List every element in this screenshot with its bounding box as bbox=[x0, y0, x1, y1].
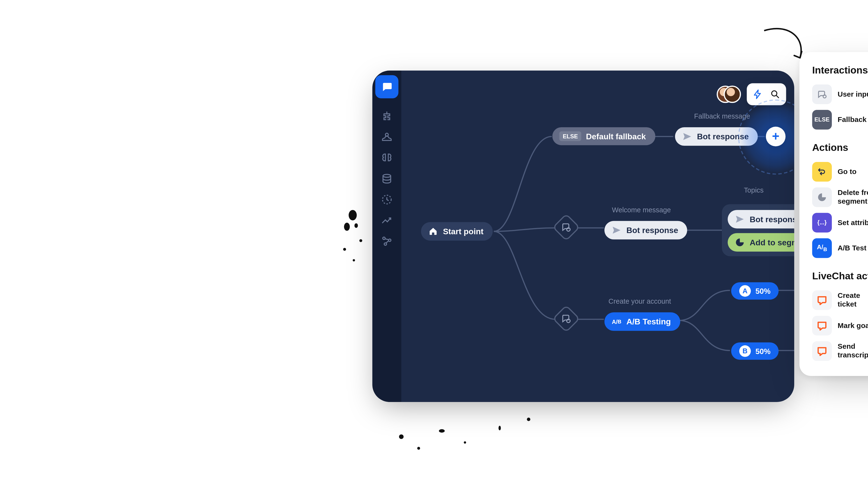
block-mark-goal[interactable]: Mark goal bbox=[812, 316, 868, 335]
nav-integrations-icon[interactable] bbox=[375, 231, 398, 251]
nav-history-icon[interactable] bbox=[375, 190, 398, 210]
fallback-label: Default fallback bbox=[586, 132, 646, 141]
variant-pct: 50% bbox=[755, 347, 770, 355]
variant-a-node[interactable]: A 50% bbox=[731, 282, 779, 299]
section-title: LiveChat actions bbox=[812, 271, 868, 282]
ab-test-node[interactable]: A/B A/B Testing bbox=[604, 312, 680, 331]
svg-point-1 bbox=[344, 223, 350, 231]
node-label: Fallback message bbox=[694, 112, 750, 121]
variant-letter: B bbox=[739, 345, 751, 357]
block-goto[interactable]: Go to bbox=[812, 162, 868, 182]
svg-point-10 bbox=[499, 426, 501, 430]
goto-icon bbox=[812, 162, 832, 182]
svg-point-5 bbox=[353, 259, 355, 261]
node-label: Welcome message bbox=[612, 206, 671, 214]
node-label: Topics bbox=[744, 186, 764, 194]
nav-analytics-icon[interactable] bbox=[375, 211, 398, 230]
nodes-icon bbox=[381, 235, 393, 247]
else-tag: ELSE bbox=[559, 131, 582, 141]
search-icon bbox=[770, 89, 780, 100]
block-user-input[interactable]: User input bbox=[812, 84, 868, 104]
add-node-button[interactable]: + bbox=[766, 127, 785, 147]
send-icon bbox=[612, 225, 622, 235]
decorative-doodle bbox=[339, 200, 368, 327]
quick-actions-button[interactable] bbox=[749, 86, 767, 102]
sidebar bbox=[372, 71, 401, 402]
segment-icon bbox=[735, 237, 745, 248]
livechat-icon bbox=[812, 316, 832, 335]
else-icon: ELSE bbox=[812, 110, 832, 130]
segment-label: Add to segment bbox=[750, 237, 794, 247]
bot-response-node[interactable]: Bot response bbox=[728, 210, 794, 228]
send-icon bbox=[735, 214, 745, 224]
home-icon bbox=[428, 226, 438, 236]
node-label: Create your account bbox=[609, 297, 671, 306]
attribute-icon: {...} bbox=[812, 213, 832, 232]
variant-b-node[interactable]: B 50% bbox=[731, 343, 779, 360]
app-window: Start point Fallback message ELSE Defaul… bbox=[372, 71, 794, 402]
section-title: Interactions bbox=[812, 65, 868, 76]
svg-point-4 bbox=[343, 248, 346, 251]
decorative-doodle bbox=[390, 408, 540, 460]
chat-user-icon bbox=[561, 314, 571, 324]
flow-canvas[interactable]: Start point Fallback message ELSE Defaul… bbox=[401, 71, 794, 402]
block-send-transcript[interactable]: Send transcript bbox=[812, 341, 868, 361]
app-logo[interactable] bbox=[375, 75, 398, 98]
trend-icon bbox=[381, 215, 393, 226]
nav-flow-icon[interactable] bbox=[375, 106, 398, 126]
bot-response-node[interactable]: Bot response bbox=[604, 221, 687, 239]
section-title: Actions bbox=[812, 142, 868, 154]
svg-point-7 bbox=[417, 447, 420, 450]
chat-icon bbox=[381, 81, 393, 93]
nav-users-icon[interactable] bbox=[375, 127, 398, 147]
svg-point-14 bbox=[383, 237, 385, 239]
svg-point-0 bbox=[349, 210, 357, 220]
collaborator-avatar[interactable] bbox=[723, 86, 741, 103]
livechat-icon bbox=[812, 290, 832, 310]
user-input-node[interactable] bbox=[552, 214, 580, 241]
bolt-icon bbox=[752, 89, 763, 100]
nav-database-icon[interactable] bbox=[375, 169, 398, 189]
start-node[interactable]: Start point bbox=[421, 222, 493, 241]
block-fallback[interactable]: ELSE Fallback bbox=[812, 110, 868, 130]
block-delete-segment[interactable]: Delete from segment bbox=[812, 188, 868, 207]
variant-letter: A bbox=[739, 285, 751, 297]
nav-ai-icon[interactable] bbox=[375, 148, 398, 168]
svg-point-8 bbox=[439, 429, 444, 432]
livechat-icon bbox=[812, 341, 832, 361]
block-create-ticket[interactable]: Create ticket bbox=[812, 290, 868, 310]
blocks-panel: Interactions User input Bot response ELS… bbox=[800, 52, 868, 376]
ab-icon: A/B bbox=[612, 316, 622, 327]
variant-pct: 50% bbox=[755, 287, 770, 295]
clock-icon bbox=[381, 194, 393, 205]
database-icon bbox=[381, 173, 393, 185]
block-set-attribute[interactable]: {...} Set attribute bbox=[812, 213, 868, 232]
svg-point-6 bbox=[399, 434, 404, 439]
send-icon bbox=[682, 131, 692, 142]
chat-user-icon bbox=[561, 222, 571, 232]
brain-icon bbox=[381, 152, 393, 164]
fallback-node[interactable]: ELSE Default fallback bbox=[552, 127, 655, 145]
svg-point-17 bbox=[772, 91, 777, 96]
bot-response-label: Bot response bbox=[750, 215, 794, 224]
segment-remove-icon bbox=[812, 188, 832, 207]
users-icon bbox=[381, 131, 393, 143]
sitemap-icon bbox=[381, 110, 393, 122]
start-label: Start point bbox=[443, 227, 484, 236]
svg-point-9 bbox=[464, 441, 466, 444]
user-input-node[interactable] bbox=[552, 305, 580, 332]
ab-label: A/B Testing bbox=[626, 317, 671, 326]
svg-point-2 bbox=[354, 223, 358, 228]
ab-icon: A/B bbox=[812, 238, 832, 258]
user-input-icon bbox=[812, 84, 832, 104]
bot-response-label: Bot response bbox=[626, 226, 678, 235]
add-to-segment-node[interactable]: Add to segment bbox=[728, 233, 794, 252]
svg-point-11 bbox=[527, 418, 530, 421]
svg-point-3 bbox=[359, 239, 362, 242]
block-ab-test[interactable]: A/B A/B Test bbox=[812, 238, 868, 258]
